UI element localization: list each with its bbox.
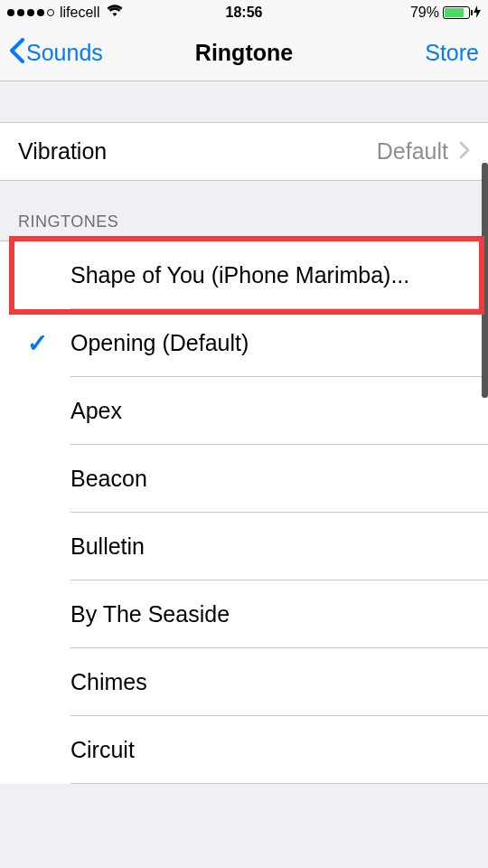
signal-strength-icon xyxy=(7,9,54,16)
ringtone-label: Beacon xyxy=(70,466,147,492)
wifi-icon xyxy=(107,5,123,21)
chevron-right-icon xyxy=(459,138,470,165)
scrollbar[interactable] xyxy=(482,163,488,398)
ringtone-row-by-the-seaside[interactable]: By The Seaside xyxy=(0,580,488,648)
ringtone-row-bulletin[interactable]: Bulletin xyxy=(0,513,488,580)
carrier-label: lifecell xyxy=(60,5,99,21)
content: Vibration Default RINGTONES Shape of You… xyxy=(0,81,488,868)
store-button[interactable]: Store xyxy=(425,40,479,66)
ringtone-row-chimes[interactable]: Chimes xyxy=(0,648,488,716)
ringtone-label: Chimes xyxy=(70,669,147,695)
back-button[interactable]: Sounds xyxy=(9,38,103,69)
ringtone-label: Opening (Default) xyxy=(70,330,249,356)
ringtone-list: Shape of You (iPhone Marimba)... ✓ Openi… xyxy=(0,241,488,784)
navigation-bar: Sounds Ringtone Store xyxy=(0,25,488,81)
vibration-label: Vibration xyxy=(18,138,377,165)
ringtone-row-opening[interactable]: ✓ Opening (Default) xyxy=(0,309,488,377)
battery-icon xyxy=(443,6,470,19)
back-label: Sounds xyxy=(26,40,103,66)
vibration-row[interactable]: Vibration Default xyxy=(0,122,488,181)
status-bar: lifecell 18:56 79% xyxy=(0,0,488,25)
vibration-value: Default xyxy=(377,138,448,165)
ringtone-row-circuit[interactable]: Circuit xyxy=(0,716,488,784)
status-time: 18:56 xyxy=(226,5,263,21)
ringtone-row-beacon[interactable]: Beacon xyxy=(0,445,488,513)
back-chevron-icon xyxy=(9,38,24,69)
checkmark-icon: ✓ xyxy=(27,328,48,358)
status-left: lifecell xyxy=(7,5,123,21)
ringtone-label: Bulletin xyxy=(70,533,145,560)
ringtones-section-header: RINGTONES xyxy=(0,181,488,241)
ringtone-row-custom[interactable]: Shape of You (iPhone Marimba)... xyxy=(0,241,488,309)
ringtone-label: Apex xyxy=(70,398,122,424)
ringtone-label: Shape of You (iPhone Marimba)... xyxy=(70,262,409,288)
battery-percent: 79% xyxy=(410,5,439,21)
ringtone-label: Circuit xyxy=(70,737,135,763)
charging-icon xyxy=(474,5,481,21)
ringtone-row-apex[interactable]: Apex xyxy=(0,377,488,445)
page-title: Ringtone xyxy=(195,40,293,66)
ringtone-label: By The Seaside xyxy=(70,601,230,627)
status-right: 79% xyxy=(410,5,481,21)
